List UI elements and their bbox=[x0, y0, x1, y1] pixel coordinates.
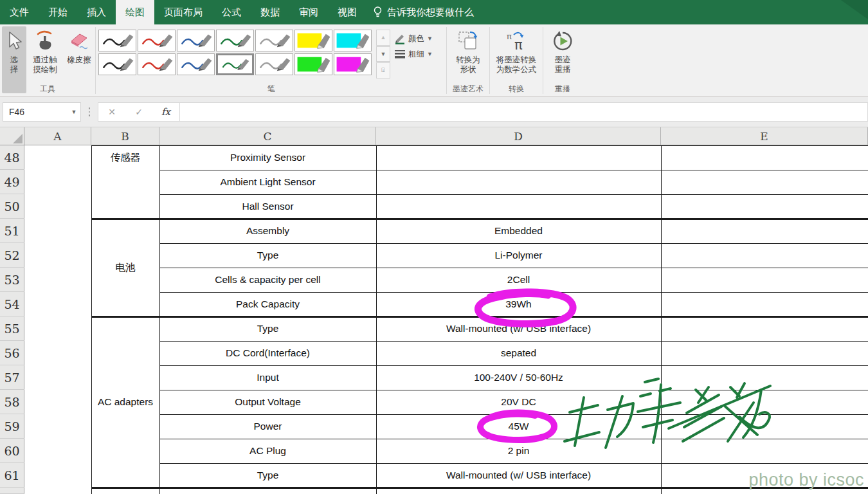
replay-group: 墨迹重播 重播 bbox=[543, 24, 582, 96]
cell[interactable]: DC Cord(Interface) bbox=[159, 341, 376, 365]
cell[interactable]: Wall-mounted (w/ USB interface) bbox=[376, 316, 661, 341]
ink-replay-icon bbox=[552, 30, 574, 52]
merged-cell[interactable]: 电池 bbox=[91, 219, 159, 316]
cell[interactable]: 39Wh bbox=[376, 292, 661, 316]
merged-cell[interactable]: 传感器 bbox=[91, 145, 159, 170]
confirm-entry-button[interactable]: ✓ bbox=[125, 107, 152, 117]
pen-swatch[interactable] bbox=[138, 30, 176, 51]
ribbon-tab[interactable]: 数据 bbox=[251, 0, 289, 24]
row-header[interactable] bbox=[0, 488, 24, 494]
pen-swatch[interactable] bbox=[98, 30, 136, 51]
cell[interactable]: Output Voltage bbox=[159, 390, 376, 414]
pen-gallery-scroll: ▲ ▼ ⍗ bbox=[376, 30, 390, 78]
cell[interactable] bbox=[376, 145, 661, 170]
cell[interactable]: Proximity Sensor bbox=[159, 145, 376, 170]
ink-color-dropdown[interactable]: 颜色 ▼ bbox=[394, 31, 442, 46]
row-header[interactable]: 49 bbox=[0, 170, 24, 194]
highlighter-swatch[interactable] bbox=[294, 53, 332, 75]
tell-me-box[interactable]: 告诉我你想要做什么 bbox=[373, 0, 474, 24]
cell[interactable]: Cells & capacity per cell bbox=[159, 268, 376, 292]
highlighter-swatch[interactable] bbox=[334, 30, 372, 51]
pens-group-label: 笔 bbox=[96, 84, 446, 95]
row-header[interactable]: 58 bbox=[0, 390, 24, 414]
pen-swatch[interactable] bbox=[138, 53, 176, 75]
formula-bar-handle[interactable] bbox=[81, 107, 98, 116]
name-box[interactable]: F46 ▼ bbox=[3, 102, 81, 122]
row-header[interactable]: 51 bbox=[0, 219, 24, 243]
select-label: 选择 bbox=[10, 55, 19, 75]
ribbon-tab[interactable]: 页面布局 bbox=[154, 0, 212, 24]
cell[interactable]: Type bbox=[159, 243, 376, 268]
column-header[interactable]: A bbox=[24, 127, 91, 145]
pen-swatch[interactable] bbox=[216, 53, 254, 75]
cell[interactable]: AC Plug bbox=[159, 439, 376, 463]
pen-swatch[interactable] bbox=[98, 53, 136, 75]
gallery-more-button[interactable]: ⍗ bbox=[376, 62, 390, 78]
row-header[interactable]: 52 bbox=[0, 243, 24, 268]
insert-function-button[interactable]: fx bbox=[152, 106, 179, 118]
cell[interactable]: Wall-mounted (w/ USB interface) bbox=[376, 463, 661, 488]
cell[interactable]: Power bbox=[159, 414, 376, 439]
row-header[interactable]: 48 bbox=[0, 145, 24, 170]
ribbon-tab-bar: 文件开始插入绘图页面布局公式数据审阅视图 告诉我你想要做什么 bbox=[0, 0, 868, 24]
ink-thickness-dropdown[interactable]: 粗细 ▼ bbox=[394, 46, 442, 62]
cell[interactable]: 2Cell bbox=[376, 268, 661, 292]
ribbon-tab[interactable]: 绘图 bbox=[116, 0, 154, 24]
highlighter-swatch[interactable] bbox=[294, 30, 332, 51]
cell[interactable]: sepated bbox=[376, 341, 661, 365]
row-header[interactable]: 50 bbox=[0, 194, 24, 219]
select-all-corner[interactable] bbox=[0, 127, 24, 145]
row-header[interactable]: 56 bbox=[0, 341, 24, 365]
cell[interactable]: 2 pin bbox=[376, 439, 661, 463]
ribbon-tab[interactable]: 开始 bbox=[39, 0, 77, 24]
cell[interactable]: 100-240V / 50-60Hz bbox=[376, 365, 661, 390]
gallery-scroll-up-button[interactable]: ▲ bbox=[376, 30, 390, 46]
column-header[interactable]: D bbox=[376, 127, 661, 145]
ribbon-tab[interactable]: 插入 bbox=[77, 0, 116, 24]
row-header[interactable]: 55 bbox=[0, 316, 24, 341]
pen-swatch[interactable] bbox=[255, 30, 293, 51]
cell[interactable]: Assembly bbox=[159, 219, 376, 243]
cancel-entry-button[interactable]: ✕ bbox=[98, 107, 125, 117]
merged-cell[interactable]: AC adapters bbox=[91, 316, 159, 488]
formula-input[interactable] bbox=[180, 102, 868, 122]
ribbon-tab[interactable]: 文件 bbox=[0, 0, 39, 24]
row-header[interactable]: 59 bbox=[0, 414, 24, 439]
ribbon-tab[interactable]: 公式 bbox=[212, 0, 251, 24]
cell[interactable]: Type bbox=[159, 463, 376, 488]
cell[interactable]: Hall Sensor bbox=[159, 194, 376, 219]
gallery-scroll-down-button[interactable]: ▼ bbox=[376, 46, 390, 62]
cell[interactable]: Ambient Light Sensor bbox=[159, 170, 376, 194]
column-header[interactable]: C bbox=[159, 127, 376, 145]
highlighter-swatch[interactable] bbox=[334, 53, 372, 75]
ribbon-tab[interactable]: 视图 bbox=[328, 0, 366, 24]
cell[interactable] bbox=[376, 194, 661, 219]
cell[interactable]: Type bbox=[159, 316, 376, 341]
cell[interactable]: 45W bbox=[376, 414, 661, 439]
cell[interactable]: Embedded bbox=[376, 219, 661, 243]
cell[interactable]: 20V DC bbox=[376, 390, 661, 414]
pen-swatch[interactable] bbox=[216, 30, 254, 51]
column-header[interactable]: B bbox=[91, 127, 159, 145]
pen-swatch[interactable] bbox=[255, 53, 293, 75]
ribbon-tab[interactable]: 审阅 bbox=[289, 0, 328, 24]
row-header[interactable]: 60 bbox=[0, 439, 24, 463]
row-header[interactable]: 61 bbox=[0, 463, 24, 488]
cell[interactable] bbox=[376, 170, 661, 194]
row-header[interactable]: 54 bbox=[0, 292, 24, 316]
cell[interactable]: Li-Polymer bbox=[376, 243, 661, 268]
row-header[interactable]: 53 bbox=[0, 268, 24, 292]
pen-swatch[interactable] bbox=[177, 30, 215, 51]
cell[interactable]: Pack Capacity bbox=[159, 292, 376, 316]
column-header[interactable]: E bbox=[661, 127, 868, 145]
tools-group-label: 工具 bbox=[0, 84, 95, 95]
name-box-dropdown-icon[interactable]: ▼ bbox=[68, 109, 80, 115]
pen-swatch[interactable] bbox=[177, 53, 215, 75]
table-border bbox=[91, 218, 868, 220]
cell[interactable]: Input bbox=[159, 365, 376, 390]
ink-to-math-label: 将墨迹转换为数学公式 bbox=[495, 55, 538, 75]
table-border bbox=[159, 292, 868, 293]
convert-group: π π 将墨迹转换为数学公式 转换 bbox=[490, 24, 543, 96]
table-border bbox=[159, 439, 868, 439]
row-header[interactable]: 57 bbox=[0, 365, 24, 390]
